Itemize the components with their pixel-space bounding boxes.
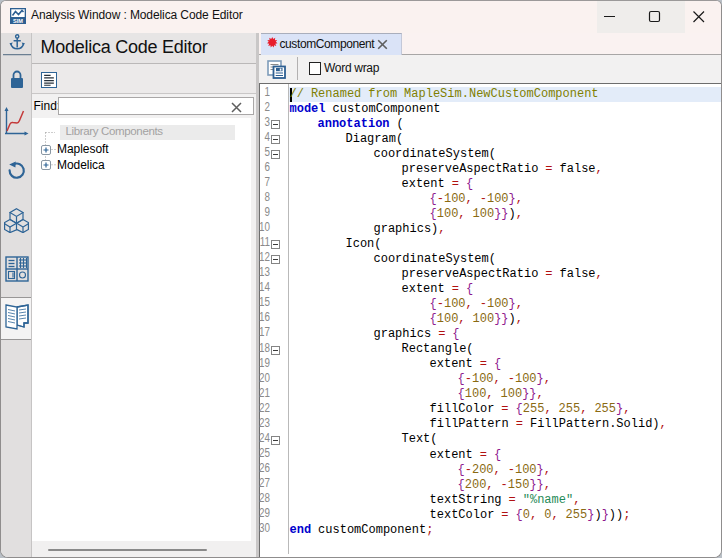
svg-text:SIM: SIM xyxy=(13,18,23,24)
